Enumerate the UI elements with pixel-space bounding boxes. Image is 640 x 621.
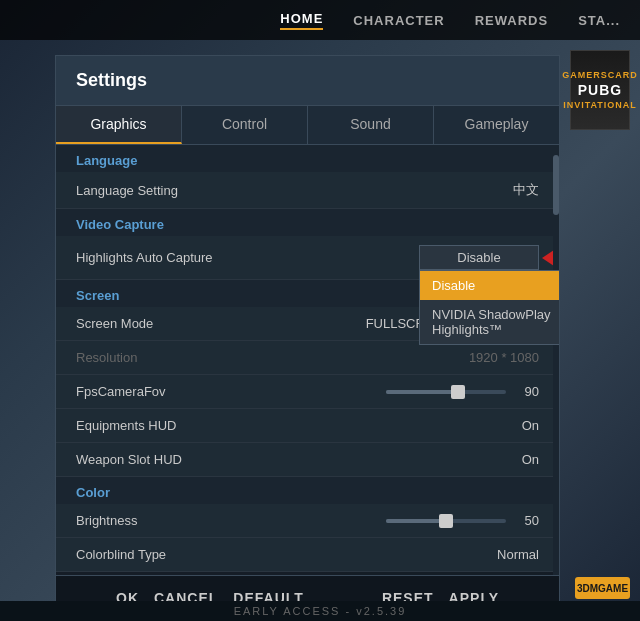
tab-graphics[interactable]: Graphics [56,106,182,144]
colorblind-value: Normal [497,547,539,562]
fps-label: FpsCameraFov [76,384,166,399]
weapon-value: On [522,452,539,467]
brightness-value: 50 [514,513,539,528]
highlights-dropdown[interactable]: Disable [419,245,539,270]
settings-content: Language Language Setting 中文 Video Captu… [56,145,559,575]
tab-gameplay[interactable]: Gameplay [434,106,559,144]
tab-sound[interactable]: Sound [308,106,434,144]
pubg-line1: GAMERSCARD [562,70,638,80]
equip-value: On [522,418,539,433]
logo-3dm-text: 3DMGAME [577,583,628,594]
resolution-label: Resolution [76,350,137,365]
highlights-auto-capture-row: Highlights Auto Capture Disable Disable … [56,236,559,280]
top-navigation: HOME CHARACTER REWARDS STA... [0,0,640,40]
nav-stats[interactable]: STA... [578,13,620,28]
brightness-slider-fill [386,519,446,523]
nav-rewards[interactable]: REWARDS [475,13,548,28]
brightness-label: Brightness [76,513,137,528]
resolution-value: 1920 * 1080 [469,350,539,365]
weapon-slot-hud-row: Weapon Slot HUD On [56,443,559,477]
dropdown-option-disable[interactable]: Disable [420,271,559,300]
settings-panel: Settings Graphics Control Sound Gameplay… [55,55,560,621]
highlights-label: Highlights Auto Capture [76,250,213,265]
highlights-dropdown-popup: Disable NVIDIA ShadowPlay Highlights™ [419,270,559,345]
brightness-slider-track[interactable] [386,519,506,523]
section-video-capture: Video Capture [56,209,559,236]
language-setting-label: Language Setting [76,183,178,198]
dropdown-option-nvidia[interactable]: NVIDIA ShadowPlay Highlights™ [420,300,559,344]
settings-title: Settings [56,56,559,106]
fps-slider-container: 90 [386,384,539,399]
brightness-slider-thumb[interactable] [439,514,453,528]
tab-control[interactable]: Control [182,106,308,144]
early-access-bar: EARLY ACCESS - v2.5.39 [0,601,640,621]
weapon-label: Weapon Slot HUD [76,452,182,467]
language-setting-row: Language Setting 中文 [56,172,559,209]
fps-value: 90 [514,384,539,399]
colorblind-label: Colorblind Type [76,547,166,562]
fps-slider-track[interactable] [386,390,506,394]
nav-character[interactable]: CHARACTER [353,13,444,28]
equipments-hud-row: Equipments HUD On [56,409,559,443]
pubg-logo-box: GAMERSCARD PUBG INVITATIONAL [570,50,630,130]
screen-mode-label: Screen Mode [76,316,153,331]
fps-camera-fov-row: FpsCameraFov 90 [56,375,559,409]
logo-3dm: 3DMGAME [575,577,630,599]
equip-label: Equipments HUD [76,418,176,433]
nav-home[interactable]: HOME [280,11,323,30]
settings-tabs: Graphics Control Sound Gameplay [56,106,559,145]
language-setting-value: 中文 [513,181,539,199]
section-color: Color [56,477,559,504]
brightness-row: Brightness 50 [56,504,559,538]
pubg-line2: PUBG [578,82,622,98]
brightness-slider-container: 50 [386,513,539,528]
colorblind-row: Colorblind Type Normal [56,538,559,572]
pubg-line3: INVITATIONAL [563,100,637,110]
resolution-row: Resolution 1920 * 1080 [56,341,559,375]
early-access-text: EARLY ACCESS - v2.5.39 [234,605,407,617]
fps-slider-thumb[interactable] [451,385,465,399]
fps-slider-fill [386,390,458,394]
highlights-dropdown-container: Disable Disable NVIDIA ShadowPlay Highli… [419,245,539,270]
section-language: Language [56,145,559,172]
